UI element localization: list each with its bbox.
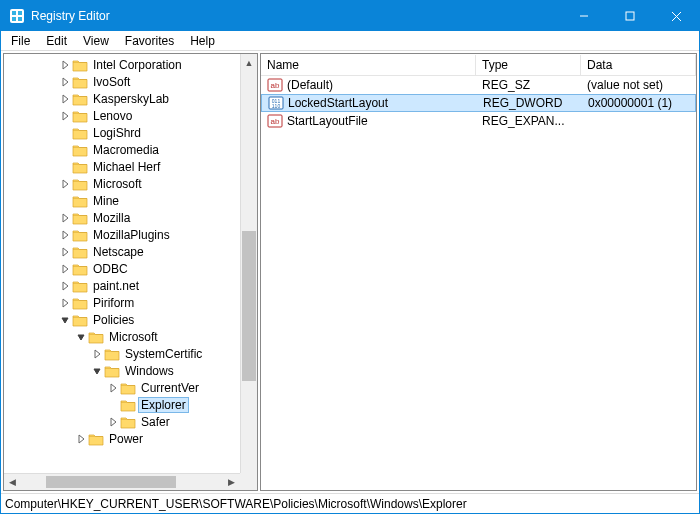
tree-item-label[interactable]: KasperskyLab — [90, 91, 172, 107]
value-name: StartLayoutFile — [287, 114, 368, 128]
expand-icon[interactable] — [58, 213, 72, 223]
tree-item-label[interactable]: Policies — [90, 312, 137, 328]
expand-icon[interactable] — [106, 417, 120, 427]
folder-icon — [72, 296, 88, 310]
expand-icon[interactable] — [58, 230, 72, 240]
expand-icon[interactable] — [58, 264, 72, 274]
expand-icon[interactable] — [58, 111, 72, 121]
expand-icon[interactable] — [58, 179, 72, 189]
tree-item-label[interactable]: Microsoft — [90, 176, 145, 192]
tree-horizontal-scrollbar[interactable]: ◀ ▶ — [4, 473, 240, 490]
tree-item[interactable]: Microsoft — [4, 328, 240, 345]
scroll-right-icon[interactable]: ▶ — [223, 474, 240, 490]
list-header: Name Type Data — [261, 54, 696, 76]
scroll-track[interactable] — [241, 71, 257, 473]
tree-item-label[interactable]: Michael Herf — [90, 159, 163, 175]
expand-icon[interactable] — [106, 383, 120, 393]
tree-item[interactable]: CurrentVer — [4, 379, 240, 396]
tree-item-label[interactable]: Lenovo — [90, 108, 135, 124]
expand-icon[interactable] — [74, 434, 88, 444]
tree-item-label[interactable]: MozillaPlugins — [90, 227, 173, 243]
tree-body[interactable]: Intel CorporationIvoSoftKasperskyLabLeno… — [4, 54, 240, 490]
tree-item[interactable]: Safer — [4, 413, 240, 430]
tree-item[interactable]: Windows — [4, 362, 240, 379]
expand-icon[interactable] — [58, 298, 72, 308]
scroll-thumb[interactable] — [242, 231, 256, 381]
tree-item-label[interactable]: Windows — [122, 363, 177, 379]
tree-item[interactable]: Lenovo — [4, 107, 240, 124]
tree-item-label[interactable]: Explorer — [138, 397, 189, 413]
column-header-type[interactable]: Type — [476, 55, 581, 75]
tree-item[interactable]: LogiShrd — [4, 124, 240, 141]
collapse-icon[interactable] — [74, 332, 88, 342]
menu-edit[interactable]: Edit — [38, 32, 75, 50]
value-row[interactable]: LockedStartLayoutREG_DWORD0x00000001 (1) — [261, 94, 696, 112]
value-row[interactable]: StartLayoutFileREG_EXPAN... — [261, 112, 696, 130]
address-path: Computer\HKEY_CURRENT_USER\SOFTWARE\Poli… — [5, 497, 467, 511]
tree-item-label[interactable]: paint.net — [90, 278, 142, 294]
scroll-thumb[interactable] — [46, 476, 176, 488]
value-row[interactable]: (Default)REG_SZ(value not set) — [261, 76, 696, 94]
tree-item[interactable]: Mine — [4, 192, 240, 209]
tree-item[interactable]: SystemCertific — [4, 345, 240, 362]
expand-icon[interactable] — [90, 349, 104, 359]
folder-icon — [104, 364, 120, 378]
expand-icon[interactable] — [58, 60, 72, 70]
list-pane: Name Type Data (Default)REG_SZ(value not… — [260, 53, 697, 491]
expand-icon[interactable] — [58, 281, 72, 291]
tree-item-label[interactable]: IvoSoft — [90, 74, 133, 90]
tree-item[interactable]: Power — [4, 430, 240, 447]
tree-item-label[interactable]: Intel Corporation — [90, 57, 185, 73]
collapse-icon[interactable] — [58, 315, 72, 325]
tree-item[interactable]: Policies — [4, 311, 240, 328]
tree-item[interactable]: Piriform — [4, 294, 240, 311]
tree-item[interactable]: Explorer — [4, 396, 240, 413]
tree-item-label[interactable]: Safer — [138, 414, 173, 430]
menu-file[interactable]: File — [3, 32, 38, 50]
maximize-button[interactable] — [607, 1, 653, 31]
tree-vertical-scrollbar[interactable]: ▲ ▼ — [240, 54, 257, 490]
column-header-name[interactable]: Name — [261, 55, 476, 75]
tree-item[interactable]: paint.net — [4, 277, 240, 294]
tree-item[interactable]: Mozilla — [4, 209, 240, 226]
menu-favorites[interactable]: Favorites — [117, 32, 182, 50]
main-area: Intel CorporationIvoSoftKasperskyLabLeno… — [1, 51, 699, 493]
tree-item-label[interactable]: ODBC — [90, 261, 131, 277]
tree-item[interactable]: Intel Corporation — [4, 56, 240, 73]
tree-item-label[interactable]: Mozilla — [90, 210, 133, 226]
expand-icon[interactable] — [58, 247, 72, 257]
scroll-up-icon[interactable]: ▲ — [241, 54, 257, 71]
tree-item[interactable]: MozillaPlugins — [4, 226, 240, 243]
svg-rect-10 — [626, 12, 634, 20]
tree-item[interactable]: Microsoft — [4, 175, 240, 192]
tree-item-label[interactable]: LogiShrd — [90, 125, 144, 141]
minimize-button[interactable] — [561, 1, 607, 31]
list-rows[interactable]: (Default)REG_SZ(value not set)LockedStar… — [261, 76, 696, 490]
tree-item-label[interactable]: Microsoft — [106, 329, 161, 345]
expand-icon[interactable] — [58, 77, 72, 87]
tree-item-label[interactable]: Netscape — [90, 244, 147, 260]
tree-item[interactable]: Macromedia — [4, 141, 240, 158]
tree-item[interactable]: KasperskyLab — [4, 90, 240, 107]
scroll-track[interactable] — [21, 474, 223, 490]
value-type-cell: REG_EXPAN... — [476, 114, 581, 128]
collapse-icon[interactable] — [90, 366, 104, 376]
tree-item-label[interactable]: CurrentVer — [138, 380, 202, 396]
close-button[interactable] — [653, 1, 699, 31]
tree-item-label[interactable]: Mine — [90, 193, 122, 209]
folder-icon — [72, 313, 88, 327]
tree-item[interactable]: ODBC — [4, 260, 240, 277]
tree-item-label[interactable]: Piriform — [90, 295, 137, 311]
tree-item-label[interactable]: Power — [106, 431, 146, 447]
scroll-left-icon[interactable]: ◀ — [4, 474, 21, 490]
menu-help[interactable]: Help — [182, 32, 223, 50]
tree-item[interactable]: IvoSoft — [4, 73, 240, 90]
menu-view[interactable]: View — [75, 32, 117, 50]
column-header-data[interactable]: Data — [581, 55, 696, 75]
tree-item[interactable]: Netscape — [4, 243, 240, 260]
titlebar[interactable]: Registry Editor — [1, 1, 699, 31]
tree-item-label[interactable]: Macromedia — [90, 142, 162, 158]
expand-icon[interactable] — [58, 94, 72, 104]
tree-item[interactable]: Michael Herf — [4, 158, 240, 175]
tree-item-label[interactable]: SystemCertific — [122, 346, 205, 362]
